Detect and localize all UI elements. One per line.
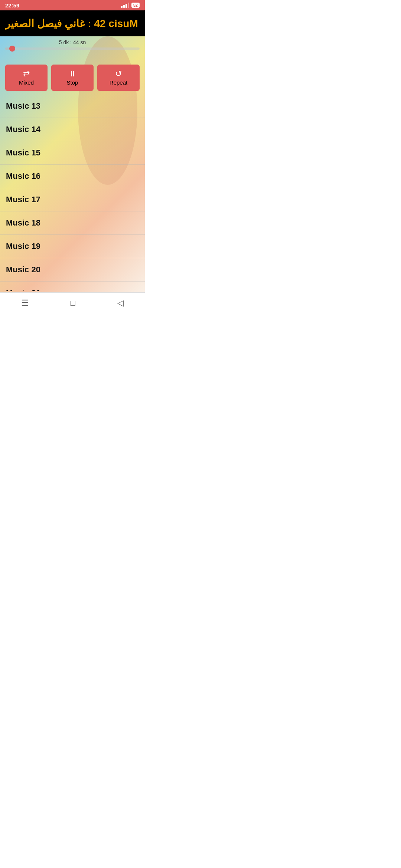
main-content: 5 dk : 44 sn ⇄ Mixed ⏸ Stop ↺ Repeat Mus… bbox=[0, 36, 145, 292]
back-button[interactable]: ◁ bbox=[110, 295, 131, 311]
now-playing-title: Music 24 : غاني فيصل الصغير bbox=[5, 17, 138, 30]
controls-row: ⇄ Mixed ⏸ Stop ↺ Repeat bbox=[0, 65, 145, 91]
progress-thumb[interactable] bbox=[9, 46, 15, 52]
progress-bar[interactable] bbox=[5, 47, 140, 50]
menu-icon: ☰ bbox=[21, 298, 29, 308]
music-item-13[interactable]: Music 13 bbox=[0, 95, 145, 118]
music-item-14[interactable]: Music 14 bbox=[0, 118, 145, 141]
bottom-nav: ☰ □ ◁ bbox=[0, 292, 145, 313]
music-item-21[interactable]: Music 21 bbox=[0, 282, 145, 291]
battery-indicator: 52 bbox=[131, 3, 140, 8]
music-item-16[interactable]: Music 16 bbox=[0, 165, 145, 188]
status-icons: 52 bbox=[121, 3, 140, 8]
pause-icon: ⏸ bbox=[68, 70, 76, 78]
music-item-20[interactable]: Music 20 bbox=[0, 258, 145, 282]
stop-button[interactable]: ⏸ Stop bbox=[51, 65, 94, 91]
duration-display: 5 dk : 44 sn bbox=[5, 36, 140, 47]
status-time: 22:59 bbox=[5, 2, 19, 9]
music-item-18[interactable]: Music 18 bbox=[0, 211, 145, 235]
mixed-label: Mixed bbox=[19, 79, 34, 86]
mixed-button[interactable]: ⇄ Mixed bbox=[5, 65, 48, 91]
repeat-button[interactable]: ↺ Repeat bbox=[97, 65, 140, 91]
stop-label: Stop bbox=[67, 79, 78, 86]
signal-icon bbox=[121, 3, 129, 8]
status-bar: 22:59 52 bbox=[0, 0, 145, 10]
music-item-15[interactable]: Music 15 bbox=[0, 141, 145, 165]
repeat-icon: ↺ bbox=[115, 70, 122, 78]
menu-button[interactable]: ☰ bbox=[14, 295, 36, 311]
back-icon: ◁ bbox=[117, 298, 124, 308]
home-icon: □ bbox=[71, 298, 75, 308]
now-playing-header: Music 24 : غاني فيصل الصغير bbox=[0, 10, 145, 36]
music-list: Music 13Music 14Music 15Music 16Music 17… bbox=[0, 95, 145, 291]
repeat-label: Repeat bbox=[110, 79, 127, 86]
home-button[interactable]: □ bbox=[63, 295, 83, 311]
music-item-17[interactable]: Music 17 bbox=[0, 188, 145, 211]
shuffle-icon: ⇄ bbox=[23, 70, 30, 78]
music-item-19[interactable]: Music 19 bbox=[0, 235, 145, 258]
player-controls-area: 5 dk : 44 sn bbox=[0, 36, 145, 50]
